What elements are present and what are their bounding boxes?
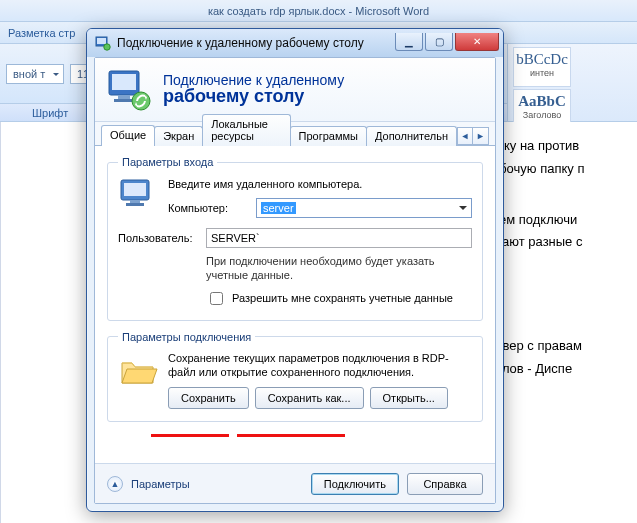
minimize-button[interactable]: ▁ <box>395 33 423 51</box>
ribbon-group-font: Шрифт <box>8 107 68 119</box>
window-controls: ▁ ▢ ✕ <box>393 33 499 53</box>
help-button[interactable]: Справка <box>407 473 483 495</box>
folder-icon <box>118 351 160 393</box>
svg-rect-6 <box>114 99 134 102</box>
annotation-line <box>151 434 229 437</box>
word-title-bar: как создать rdp ярлык.docx - Microsoft W… <box>0 0 637 22</box>
close-button[interactable]: ✕ <box>455 33 499 51</box>
svg-point-7 <box>132 92 150 110</box>
rdp-app-icon <box>95 35 111 51</box>
computer-value: server <box>261 202 296 214</box>
rdp-banner-text: Подключение к удаленному рабочему столу <box>163 72 344 107</box>
user-input[interactable] <box>206 228 472 248</box>
annotation-line <box>237 434 345 437</box>
login-note: При подключении необходимо будет указать… <box>206 254 472 283</box>
styles-gallery[interactable]: bBCcDc интен AaBbC Заголово <box>507 44 637 122</box>
open-button[interactable]: Открыть... <box>370 387 448 409</box>
tab-general-body: Параметры входа Введите имя удаленного к… <box>95 146 495 463</box>
svg-rect-9 <box>124 183 146 196</box>
group-login: Параметры входа Введите имя удаленного к… <box>107 156 483 321</box>
rdp-tabstrip: Общие Экран Локальные ресурсы Программы … <box>95 122 495 146</box>
svg-rect-11 <box>126 203 144 206</box>
tab-scroll: ◄ ► <box>457 127 489 145</box>
maximize-button[interactable]: ▢ <box>425 33 453 51</box>
svg-point-2 <box>104 44 110 50</box>
svg-rect-1 <box>97 38 106 44</box>
style-2-sample: AaBbC <box>514 90 570 110</box>
connection-text: Сохранение текущих параметров подключени… <box>168 351 472 380</box>
save-creds-label: Разрешить мне сохранять учетные данные <box>232 292 453 304</box>
computer-combo[interactable]: server <box>256 198 472 218</box>
word-title-text: как создать rdp ярлык.docx - Microsoft W… <box>208 5 429 17</box>
font-family-combo[interactable]: вной т <box>6 64 64 84</box>
tab-programs[interactable]: Программы <box>290 126 367 146</box>
style-1-name: интен <box>514 68 570 78</box>
style-1-sample: bBCcDc <box>514 48 570 68</box>
user-label: Пользователь: <box>118 232 198 244</box>
save-button[interactable]: Сохранить <box>168 387 249 409</box>
save-creds-checkbox[interactable]: Разрешить мне сохранять учетные данные <box>206 289 472 308</box>
computer-icon <box>118 176 160 218</box>
tab-general[interactable]: Общие <box>101 125 155 146</box>
ribbon-tab-layout[interactable]: Разметка стр <box>8 27 75 39</box>
svg-rect-5 <box>118 95 130 99</box>
computer-label: Компьютер: <box>168 202 248 214</box>
svg-rect-10 <box>130 200 140 203</box>
tab-local-resources[interactable]: Локальные ресурсы <box>202 114 290 146</box>
banner-line-2: рабочему столу <box>163 86 344 107</box>
group-connection: Параметры подключения Сохранение текущих… <box>107 331 483 423</box>
style-box-1[interactable]: bBCcDc интен <box>513 47 571 87</box>
tab-display[interactable]: Экран <box>154 126 203 146</box>
connect-button[interactable]: Подключить <box>311 473 399 495</box>
svg-rect-4 <box>112 74 136 90</box>
group-connection-legend: Параметры подключения <box>118 331 255 343</box>
options-link[interactable]: Параметры <box>131 478 190 490</box>
save-creds-input[interactable] <box>210 292 223 305</box>
login-intro: Введите имя удаленного компьютера. <box>168 178 472 190</box>
rdp-banner-icon <box>107 67 153 113</box>
rdp-title-bar[interactable]: Подключение к удаленному рабочему столу … <box>87 29 503 57</box>
save-as-button[interactable]: Сохранить как... <box>255 387 364 409</box>
tab-scroll-left[interactable]: ◄ <box>457 127 473 145</box>
rdp-title-text: Подключение к удаленному рабочему столу <box>117 36 387 50</box>
group-login-legend: Параметры входа <box>118 156 217 168</box>
tab-scroll-right[interactable]: ► <box>473 127 489 145</box>
options-toggle-icon[interactable]: ▲ <box>107 476 123 492</box>
tab-advanced[interactable]: Дополнительн <box>366 126 457 146</box>
style-2-name: Заголово <box>514 110 570 120</box>
rdp-footer: ▲ Параметры Подключить Справка <box>95 463 495 503</box>
rdp-dialog: Подключение к удаленному рабочему столу … <box>86 28 504 512</box>
font-family-value: вной т <box>13 68 45 80</box>
rdp-banner: Подключение к удаленному рабочему столу <box>95 58 495 122</box>
